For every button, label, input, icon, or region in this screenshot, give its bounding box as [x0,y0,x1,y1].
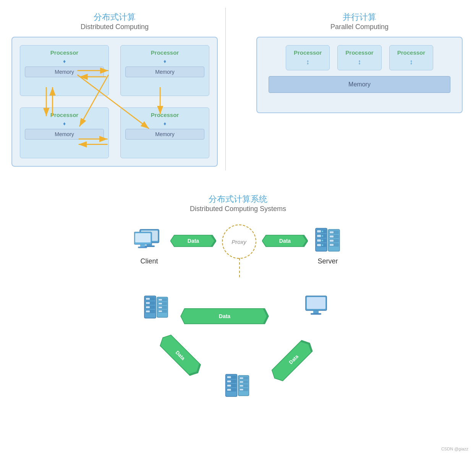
diamond-icon-1: ♦ [164,58,166,64]
proc-node-0: Processor ♦ Memory [20,45,109,96]
top-divider [225,8,226,171]
proc-label-2: Processor [50,112,78,118]
proc-node-1: Processor ♦ Memory [120,45,209,96]
bottom-section: 分布式计算系统 Distributed Computing Systems [8,193,468,402]
data-arrow-right-svg: Data [262,231,308,250]
shared-memory-box: Memory [269,76,450,93]
svg-marker-53 [263,309,269,324]
svg-marker-52 [181,309,269,324]
svg-text:Data: Data [187,238,199,244]
client-group: Client [134,227,165,265]
dist-sys-title-chinese: 分布式计算系统 [8,193,468,205]
parallel-title-english: Parallel Computing [256,23,463,31]
svg-marker-55 [157,332,203,378]
p2p-right-node [305,295,334,320]
svg-rect-36 [317,239,321,242]
parallel-computing-title: 并行计算 Parallel Computing [256,11,463,31]
svg-rect-45 [330,236,334,237]
proxy-dashed-line [239,258,240,277]
svg-rect-81 [313,310,319,314]
proxy-group: Proxy [222,224,256,259]
dist-title-chinese: 分布式计算 [11,11,218,23]
p2p-bottom-server-icon [224,374,253,398]
client-label: Client [140,257,158,265]
svg-rect-43 [330,231,334,233]
distributed-computing-title: 分布式计算 Distributed Computing [11,11,218,31]
svg-rect-80 [307,297,325,309]
dist-sys-title-english: Distributed Computing Systems [8,205,468,213]
svg-text:Data: Data [288,353,300,365]
proc-label-0: Processor [50,49,78,56]
server-group: Server [314,227,342,265]
svg-rect-82 [311,313,321,315]
svg-rect-34 [322,235,323,237]
svg-rect-98 [240,385,243,387]
svg-marker-58 [269,338,315,384]
svg-rect-16 [135,233,151,242]
diamond-icon-0: ♦ [63,58,66,64]
svg-text:Data: Data [279,238,291,244]
svg-rect-94 [240,377,243,379]
memory-box-0: Memory [25,67,104,77]
par-proc-label-2: Processor [397,49,425,56]
svg-rect-65 [146,302,150,304]
svg-marker-56 [188,363,203,378]
data-arrow-left-svg: Data [170,231,216,250]
p2p-section: Data Data Data [104,288,372,402]
svg-text:Data: Data [175,349,186,361]
svg-rect-63 [146,298,150,300]
diamond-icon-2: ♦ [63,120,66,127]
server-label: Server [317,257,338,265]
svg-rect-18 [138,247,147,248]
svg-rect-91 [227,389,231,391]
svg-rect-78 [159,310,162,312]
svg-rect-31 [322,231,323,232]
page-container: 分布式计算 Distributed Computing [0,0,476,410]
p2p-left-node [142,295,171,320]
blue-arrow-icon-0: ↕ [306,58,309,66]
svg-rect-74 [159,303,162,304]
svg-rect-85 [227,376,231,378]
svg-text:Data: Data [219,313,231,319]
distributed-computing-section: 分布式计算 Distributed Computing [8,8,222,171]
memory-box-2: Memory [25,129,104,140]
svg-rect-37 [322,240,323,241]
server-icon [314,227,342,252]
svg-rect-96 [240,381,243,383]
par-proc-label-1: Processor [345,49,373,56]
top-section: 分布式计算 Distributed Computing [8,8,468,171]
p2p-left-server-icon [142,295,171,320]
p2p-right-computer-icon [305,295,334,320]
par-proc-label-0: Processor [294,49,322,56]
svg-rect-47 [330,240,334,242]
blue-arrow-icon-2: ↕ [410,58,413,66]
parallel-computing-section: 并行计算 Parallel Computing Processor ↕ Proc… [253,8,466,171]
svg-marker-59 [300,338,315,353]
blue-arrow-icon-1: ↕ [358,58,361,66]
parallel-proc-2: Processor ↕ [389,45,433,70]
data-arrow-right: Data [262,231,308,252]
parallel-diagram: Processor ↕ Processor ↕ Processor ↕ Memo… [256,37,463,113]
proxy-circle: Proxy [222,224,256,259]
data-arrow-left: Data [170,231,216,252]
distributed-diagram: Processor ♦ Memory Processor ♦ Memory Pr… [11,37,218,167]
distributed-systems-title: 分布式计算系统 Distributed Computing Systems [8,193,468,213]
svg-rect-87 [227,380,231,382]
svg-rect-40 [322,244,323,246]
svg-rect-39 [317,244,321,246]
svg-rect-100 [240,389,243,390]
proc-node-3: Processor ♦ Memory [120,107,209,158]
svg-rect-72 [159,299,162,301]
svg-rect-33 [317,235,321,237]
parallel-processors-row: Processor ↕ Processor ↕ Processor ↕ [286,45,433,70]
proxy-label: Proxy [232,239,246,245]
proc-node-2: Processor ♦ Memory [20,107,109,158]
watermark: CSDN @giazz [441,447,468,451]
p2p-bottom-node [224,374,253,398]
parallel-title-chinese: 并行计算 [256,11,463,23]
svg-rect-76 [159,307,162,308]
proc-label-1: Processor [151,49,179,56]
client-proxy-server-row: Client [8,224,468,268]
svg-rect-67 [146,306,150,308]
proc-label-3: Processor [151,112,179,118]
